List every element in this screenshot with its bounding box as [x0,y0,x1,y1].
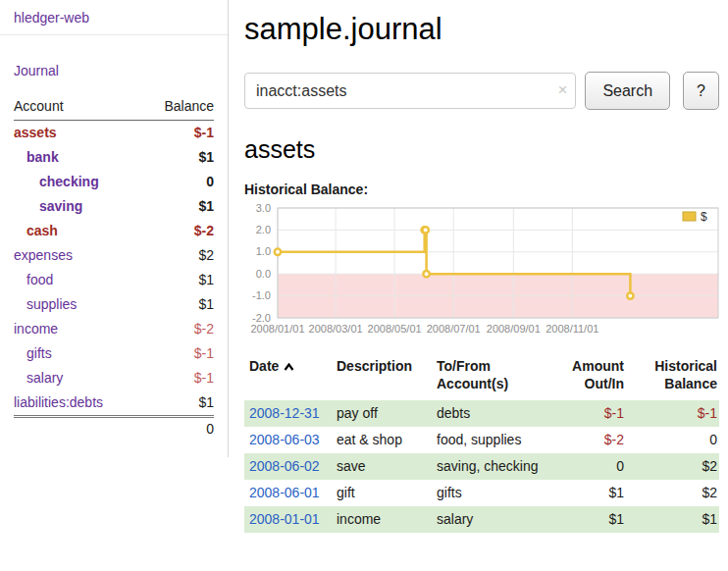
sidebar: hledger-web Journal Account Balance asse… [0,0,229,457]
account-balance: $-1 [142,121,214,146]
transaction-balance: $-1 [626,400,719,427]
search-input[interactable] [244,73,576,109]
account-row: assets$-1 [14,121,214,146]
account-row: saving$1 [14,194,214,219]
transaction-balance: $1 [626,506,719,533]
transaction-date-link[interactable]: 2008-01-01 [249,511,320,527]
svg-text:2.0: 2.0 [256,224,271,235]
account-link[interactable]: supplies [26,296,77,312]
account-row: cash$-2 [14,219,214,243]
account-balance: $1 [142,145,214,170]
transaction-description: gift [337,480,437,506]
account-balance: $1 [142,390,214,417]
account-link[interactable]: saving [39,198,82,214]
account-link[interactable]: income [14,321,58,337]
sidebar-nav: Journal [14,35,214,92]
transaction-amount: $-2 [543,427,626,453]
account-cell: cash [14,219,142,243]
transaction-date-cell: 2008-12-31 [244,400,337,427]
account-link[interactable]: bank [26,149,59,165]
transaction-amount: 0 [543,453,626,480]
accounts-total-balance: 0 [142,417,214,442]
search-field: × [244,73,576,109]
account-cell: income [14,317,142,341]
account-row: liabilities:debts$1 [14,390,214,417]
account-row: food$1 [14,268,214,292]
transaction-accounts: debts [437,400,543,427]
app: hledger-web Journal Account Balance asse… [0,0,728,533]
accounts-total-row: 0 [14,417,214,442]
transaction-description: eat & shop [337,427,437,453]
transaction-date-link[interactable]: 2008-06-02 [249,458,320,474]
svg-text:2008/03/01: 2008/03/01 [309,323,363,335]
chart-title: Historical Balance: [244,182,719,197]
account-row: supplies$1 [14,292,214,317]
transaction-date-cell: 2008-06-03 [244,427,337,453]
account-balance: $-1 [142,366,214,390]
main-content: sample.journal × Search ? assets Histori… [229,0,728,533]
account-row: gifts$-1 [14,341,214,366]
account-balance: $2 [142,243,214,268]
svg-text:3.0: 3.0 [256,202,271,214]
register-row: 2008-06-03eat & shopfood, supplies$-20 [244,427,719,453]
account-link[interactable]: salary [26,370,63,386]
account-cell: assets [14,121,142,146]
account-link[interactable]: checking [39,174,99,189]
search-button[interactable]: Search [585,72,670,110]
clear-search-icon[interactable]: × [557,80,567,100]
account-link[interactable]: food [26,272,53,287]
svg-text:-2.0: -2.0 [252,312,271,324]
register-header-description: Description [337,357,437,400]
search-bar: × Search ? [244,72,719,110]
account-row: salary$-1 [14,366,214,390]
page-title: sample.journal [244,12,719,47]
account-link[interactable]: gifts [26,345,52,361]
svg-text:2008/11/01: 2008/11/01 [546,323,598,335]
transaction-amount: $1 [543,480,626,506]
transaction-date-link[interactable]: 2008-06-01 [249,485,320,500]
svg-text:$: $ [701,210,707,224]
account-link[interactable]: assets [14,125,57,140]
transaction-balance: $2 [626,480,719,506]
transaction-balance: $2 [626,453,719,480]
transaction-description: save [337,453,437,480]
transaction-amount: $1 [543,506,626,533]
account-row: checking0 [14,170,214,194]
account-cell: expenses [14,243,142,268]
account-cell: checking [14,170,142,194]
account-balance: $-1 [142,341,214,366]
account-balance: $-2 [142,317,214,341]
accounts-header-row: Account Balance [14,92,214,121]
help-button[interactable]: ? [683,72,719,110]
account-row: expenses$2 [14,243,214,268]
account-row: bank$1 [14,145,214,170]
register-header-accounts: To/From Account(s) [437,357,543,400]
account-balance: $1 [142,268,214,292]
svg-text:2008/07/01: 2008/07/01 [427,323,481,335]
app-brand-link[interactable]: hledger-web [14,10,89,26]
transaction-date-cell: 2008-06-01 [244,480,337,506]
account-balance: $-2 [142,219,214,243]
account-balance: 0 [142,170,214,194]
register-header-date[interactable]: Date [244,357,337,400]
register-header-date-label: Date [249,358,279,374]
register-row: 2008-12-31pay offdebts$-1$-1 [244,400,719,427]
register-row: 2008-06-01giftgifts$1$2 [244,480,719,506]
sort-ascending-icon [284,363,294,371]
transaction-description: pay off [337,400,437,427]
accounts-header-balance: Balance [142,92,214,121]
transaction-accounts: saving, checking [437,453,543,480]
account-cell: liabilities:debts [14,390,142,417]
transaction-date-link[interactable]: 2008-12-31 [249,405,320,421]
account-cell: salary [14,366,142,390]
transaction-date-link[interactable]: 2008-06-03 [249,432,320,447]
account-link[interactable]: liabilities:debts [14,394,103,410]
sidebar-item-journal[interactable]: Journal [14,63,59,78]
transaction-amount: $-1 [543,400,626,427]
account-balance: $1 [142,194,214,219]
svg-text:2008/05/01: 2008/05/01 [368,323,422,335]
account-link[interactable]: expenses [14,247,73,263]
account-cell: bank [14,145,142,170]
account-balance: $1 [142,292,214,317]
account-link[interactable]: cash [26,223,58,238]
